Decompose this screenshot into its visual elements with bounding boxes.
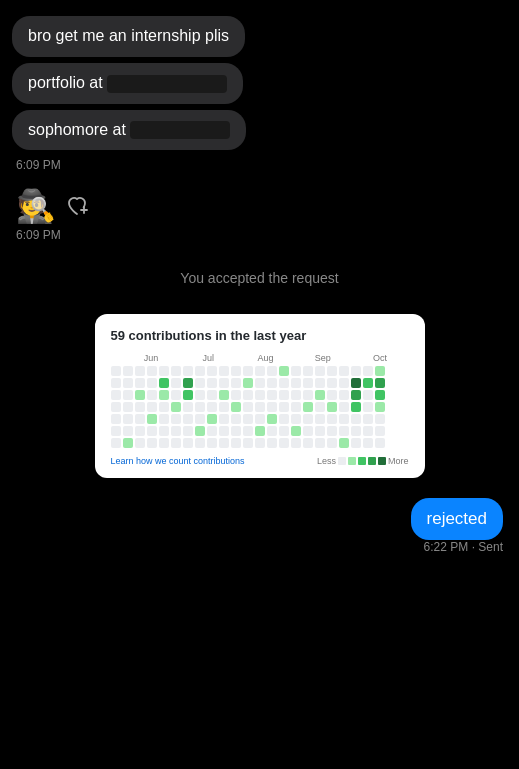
grid-cell [243,378,253,388]
grid-cell [171,426,181,436]
grid-cell [327,426,337,436]
grid-cell [339,366,349,376]
grid-cell [279,390,289,400]
grid-cell [123,402,133,412]
grid-cell [195,414,205,424]
grid-cell [303,366,313,376]
grid-cell [255,378,265,388]
grid-row [111,402,409,412]
grid-cell [375,438,385,448]
grid-cell [363,378,373,388]
grid-cell [243,366,253,376]
grid-cell [231,366,241,376]
grid-cell [315,414,325,424]
grid-cell [291,426,301,436]
grid-cell [339,378,349,388]
grid-cell [291,414,301,424]
grid-cell [231,438,241,448]
grid-cell [339,402,349,412]
grid-cell [243,438,253,448]
grid-cell [243,402,253,412]
grid-cell [135,438,145,448]
system-message: You accepted the request [12,270,507,286]
grid-cell [267,426,277,436]
grid-cell [159,366,169,376]
grid-cell [363,390,373,400]
timestamp-2: 6:09 PM [16,228,507,242]
legend-cell-1 [348,457,356,465]
grid-cell [375,402,385,412]
grid-cell [303,402,313,412]
grid-cell [255,426,265,436]
grid-cell [207,378,217,388]
grid-cell [123,414,133,424]
github-learn-link[interactable]: Learn how we count contributions [111,456,245,466]
month-spacer [111,353,123,363]
grid-wrapper [111,366,409,448]
grid-cell [207,414,217,424]
grid-cell [123,378,133,388]
grid-cell [231,426,241,436]
grid-cell [315,402,325,412]
grid-cell [111,390,121,400]
grid-cell [315,366,325,376]
grid-cell [231,402,241,412]
grid-cell [267,438,277,448]
legend-more-label: More [388,456,409,466]
grid-cell [219,366,229,376]
grid-cell [327,414,337,424]
grid-cell [339,438,349,448]
grid-cell [279,414,289,424]
grid-cell [315,438,325,448]
grid-cell [327,438,337,448]
grid-cell [183,438,193,448]
grid-cell [123,390,133,400]
grid-cell [159,378,169,388]
message-bubble-1: bro get me an internship plis [12,16,245,57]
grid-cell [135,426,145,436]
grid-cell [375,366,385,376]
grid-cell [327,378,337,388]
grid-cell [171,402,181,412]
grid-cell [207,390,217,400]
grid-cell [183,426,193,436]
grid-cell [291,378,301,388]
grid-cell [351,378,361,388]
grid-cell [219,378,229,388]
grid-cell [219,426,229,436]
grid-cell [363,402,373,412]
grid-cell [279,426,289,436]
grid-cell [195,426,205,436]
grid-cell [315,426,325,436]
grid-cell [279,378,289,388]
github-contribution-card: 59 contributions in the last year Jun Ju… [95,314,425,478]
grid-cell [195,366,205,376]
outgoing-bubble: rejected [411,498,503,540]
grid-cell [351,390,361,400]
grid-cell [255,402,265,412]
grid-cell [111,402,121,412]
grid-cell [171,414,181,424]
grid-cell [327,366,337,376]
grid-cell [267,402,277,412]
grid-cell [231,390,241,400]
grid-cell [279,438,289,448]
grid-cell [159,438,169,448]
grid-cell [303,378,313,388]
grid-cell [111,426,121,436]
grid-cell [303,438,313,448]
grid-cell [111,438,121,448]
grid-cell [183,390,193,400]
grid-cell [291,402,301,412]
incoming-message-group: bro get me an internship plis portfolio … [12,16,507,150]
grid-cell [183,378,193,388]
grid-cell [147,426,157,436]
grid-cell [147,390,157,400]
github-card-title: 59 contributions in the last year [111,328,409,343]
grid-cell [111,414,121,424]
grid-cell [375,426,385,436]
grid-cell [255,390,265,400]
contribution-grid [111,366,409,448]
emoji-row: 🕵️ [16,190,507,222]
heart-add-icon[interactable] [64,193,90,219]
